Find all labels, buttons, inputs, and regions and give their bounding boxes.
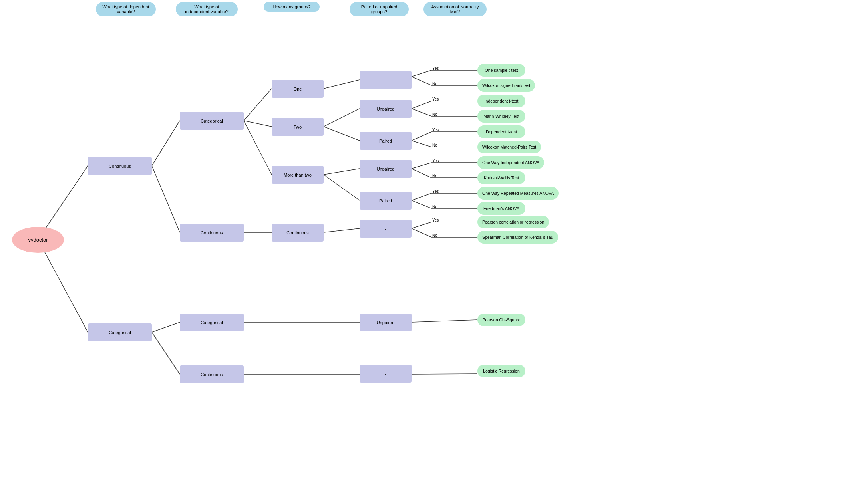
continuous-cont-node: Continuous (272, 224, 324, 242)
result-independent-label: Independent t-test (485, 99, 519, 103)
svg-line-8 (324, 80, 360, 89)
result-spearman-label: Spearman Correlation or Kendal's Tau (482, 235, 553, 240)
result-logistic-regression: Logistic Regression (477, 365, 525, 377)
result-kruskal-wallis-label: Kruksal-Wallis Test (484, 175, 519, 180)
more-than-two-node: More than two (272, 166, 324, 184)
result-mann-whitney: Mann-Whitney Test (477, 110, 525, 123)
unpaired1-node: Unpaired (360, 100, 412, 118)
yes-label-one: Yes (432, 66, 439, 71)
svg-line-13 (324, 228, 360, 232)
header-groups: How many groups? (264, 2, 320, 12)
result-pearson-corr-label: Pearson correlation or regression (482, 220, 544, 224)
continuous-dep-node: Continuous (88, 157, 152, 175)
no-label-p2: No (432, 204, 437, 209)
result-wilcoxon-signed: Wilcoxon signed-rank test (477, 79, 535, 92)
result-one-sample-ttest: One sample t-test (477, 64, 525, 77)
svg-line-15 (412, 77, 431, 85)
unpaired-cat2-node: Unpaired (360, 314, 412, 331)
categorical-dep-label: Categorical (109, 330, 131, 335)
svg-line-27 (412, 169, 431, 178)
svg-line-38 (152, 322, 180, 332)
unpaired2-label: Unpaired (377, 167, 395, 171)
dash-one-node: - (360, 71, 412, 89)
svg-line-30 (412, 193, 431, 200)
yes-label-p1: Yes (432, 128, 439, 132)
dash-one-label: - (385, 78, 386, 83)
svg-line-26 (412, 163, 431, 169)
result-oneway-anova-label: One Way Independent ANOVA (482, 160, 539, 165)
continuous-ind-label: Continuous (201, 230, 223, 235)
header-dep-var: What type of dependent variable? (96, 2, 156, 16)
svg-line-23 (412, 141, 431, 147)
unpaired1-label: Unpaired (377, 107, 395, 111)
canvas: What type of dependent variable? What ty… (0, 0, 845, 504)
more-than-two-label: More than two (284, 173, 312, 177)
two-label: Two (294, 125, 302, 129)
result-friedman-label: Friedman's ANOVA (483, 206, 519, 211)
result-kruskal-wallis: Kruksal-Wallis Test (477, 171, 525, 184)
root-node: vvdoctor (12, 227, 64, 253)
paired2-node: Paired (360, 192, 412, 210)
result-independent-ttest: Independent t-test (477, 95, 525, 107)
header-normality: Assumption of NormalityMet? (423, 2, 487, 16)
categorical-ind2-node: Categorical (180, 314, 244, 331)
no-label-one: No (432, 81, 437, 86)
no-label-p1: No (432, 143, 437, 147)
result-wilcoxon-matched: Wilcoxon Matched-Pairs Test (477, 141, 541, 153)
result-chi-square: Pearson Chi-Square (477, 314, 525, 326)
result-wilcoxon-signed-label: Wilcoxon signed-rank test (482, 83, 530, 88)
yes-label-cont: Yes (432, 218, 439, 222)
svg-line-14 (412, 70, 431, 77)
connecting-lines (0, 0, 845, 504)
one-label: One (294, 87, 302, 91)
no-label-unp1: No (432, 112, 437, 117)
paired1-node: Paired (360, 132, 412, 150)
paired2-label: Paired (379, 198, 392, 203)
continuous-dep-label: Continuous (109, 164, 131, 169)
two-node: Two (272, 118, 324, 136)
categorical-ind-label: Categorical (201, 119, 223, 123)
result-logistic-regression-label: Logistic Regression (483, 369, 520, 373)
svg-line-43 (412, 374, 477, 374)
result-dependent-ttest: Dependent t-test (477, 125, 525, 138)
svg-line-35 (412, 228, 431, 237)
result-wilcoxon-matched-label: Wilcoxon Matched-Pairs Test (482, 145, 536, 149)
no-label-cont: No (432, 233, 437, 238)
svg-line-18 (412, 101, 431, 109)
svg-line-9 (324, 109, 360, 127)
svg-line-22 (412, 132, 431, 141)
categorical-ind2-label: Categorical (201, 320, 223, 325)
svg-line-19 (412, 109, 431, 116)
dash-cont2-node: - (360, 365, 412, 383)
svg-line-39 (152, 332, 180, 374)
result-repeated-anova-label: One Way Repeated Measures ANOVA (482, 191, 554, 196)
svg-line-2 (152, 121, 180, 166)
svg-line-6 (244, 121, 272, 175)
yes-label-p2: Yes (432, 189, 439, 194)
result-spearman: Spearman Correlation or Kendal's Tau (477, 231, 558, 244)
result-dependent-label: Dependent t-test (486, 129, 517, 134)
dash-cont-node: - (360, 220, 412, 238)
one-node: One (272, 80, 324, 98)
categorical-dep-node: Categorical (88, 323, 152, 341)
svg-line-1 (38, 240, 88, 332)
continuous-ind2-label: Continuous (201, 372, 223, 377)
result-oneway-anova: One Way Independent ANOVA (477, 156, 544, 169)
categorical-ind-node: Categorical (180, 112, 244, 130)
svg-line-3 (152, 166, 180, 232)
paired1-label: Paired (379, 139, 392, 143)
unpaired-cat2-label: Unpaired (377, 320, 395, 325)
result-mann-whitney-label: Mann-Whitney Test (483, 114, 519, 119)
continuous-ind-node: Continuous (180, 224, 244, 242)
header-ind-var: What type ofindependent variable? (176, 2, 238, 16)
svg-line-12 (324, 175, 360, 200)
yes-label-unp2: Yes (432, 159, 439, 163)
svg-line-11 (324, 169, 360, 175)
result-friedman: Friedman's ANOVA (477, 202, 525, 215)
svg-line-10 (324, 127, 360, 141)
result-repeated-anova: One Way Repeated Measures ANOVA (477, 187, 559, 200)
yes-label-unp1: Yes (432, 97, 439, 101)
unpaired2-node: Unpaired (360, 160, 412, 178)
header-paired: Paired or unpairedgroups? (350, 2, 409, 16)
svg-line-41 (412, 320, 477, 322)
